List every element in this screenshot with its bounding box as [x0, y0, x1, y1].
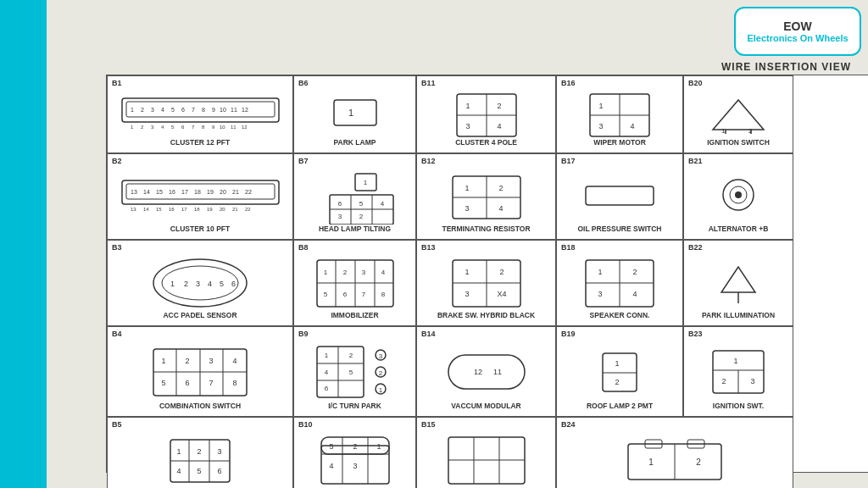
svg-text:22: 22: [245, 189, 252, 195]
svg-text:4: 4: [324, 369, 328, 376]
svg-text:19: 19: [207, 189, 214, 195]
svg-text:3: 3: [151, 125, 154, 130]
cell-b24-label: B24: [561, 420, 576, 429]
cell-b4-connector: 1 2 3 4 5 6 7 8: [145, 342, 255, 402]
cell-b6: B6 1 PARK LAMP: [293, 75, 416, 153]
cell-b1-label: B1: [112, 79, 122, 87]
svg-text:3: 3: [378, 352, 382, 360]
svg-text:1: 1: [378, 386, 382, 394]
cell-b13-name: BRAKE SW. HYBRID BLACK: [437, 311, 535, 322]
svg-text:X4: X4: [497, 290, 506, 298]
svg-rect-1: [126, 102, 275, 117]
svg-text:3: 3: [151, 107, 154, 113]
cell-b12-connector: 1 2 3 4: [440, 169, 533, 225]
svg-text:8: 8: [232, 379, 236, 387]
cell-b2: B2 13 14 15 16 17 18 19 20 21 22: [107, 153, 293, 240]
cell-b16-connector: 1 3 4: [577, 92, 662, 138]
svg-text:4: 4: [380, 200, 384, 208]
cell-b8-connector: 1 2 3 4 5 6 7 8: [309, 256, 402, 311]
svg-text:1: 1: [615, 359, 619, 368]
svg-text:4: 4: [329, 462, 333, 470]
cell-b17-name: OIL PRESSURE SWITCH: [577, 225, 661, 236]
cell-b2-label: B2: [112, 157, 122, 165]
svg-text:2: 2: [498, 184, 503, 192]
cell-b20: B20 1 2 IGNITION SWITCH: [683, 75, 793, 153]
svg-text:1: 1: [465, 184, 469, 192]
svg-text:3: 3: [465, 122, 470, 130]
cell-b14-connector: 12 11: [440, 342, 533, 402]
cell-b8: B8 1 2 3 4 5 6 7 8: [293, 240, 416, 326]
svg-text:7: 7: [209, 379, 213, 387]
cell-b11-label: B11: [421, 79, 436, 87]
cell-b11-connector: 1 2 3 4: [444, 92, 529, 138]
svg-text:2: 2: [141, 125, 144, 130]
cell-b12-label: B12: [421, 157, 436, 165]
svg-text:4: 4: [176, 467, 181, 475]
cell-b12-name: TERMINATING RESISTOR: [442, 225, 530, 236]
cell-b5: B5 1 2 3 4 5 6 I/C ENGINE 6: [107, 417, 293, 488]
cell-b15-label: B15: [421, 420, 436, 429]
svg-text:3: 3: [353, 462, 357, 470]
svg-text:12: 12: [242, 125, 248, 130]
logo-eow: EOW: [783, 19, 811, 33]
svg-text:2: 2: [378, 369, 382, 377]
svg-text:5: 5: [329, 442, 333, 451]
cell-b9-name: I/C TURN PARK: [328, 402, 381, 413]
svg-text:2: 2: [185, 357, 189, 365]
svg-text:2: 2: [497, 102, 501, 110]
cell-b3-name: ACC PADEL SENSOR: [163, 311, 236, 322]
svg-text:3: 3: [337, 213, 342, 220]
svg-text:18: 18: [194, 189, 201, 195]
logo-subtitle: Electronics On Wheels: [747, 33, 848, 43]
svg-text:1: 1: [324, 352, 328, 359]
svg-rect-86: [586, 186, 654, 205]
svg-text:16: 16: [169, 207, 175, 212]
cell-b22-connector: [704, 256, 772, 311]
cell-b6-connector: 1: [326, 92, 385, 138]
cell-b22-name: PARK ILLUMINATION: [702, 311, 775, 322]
content-area: EOW Electronics On Wheels WIRE INSERTION…: [47, 0, 868, 488]
svg-text:4: 4: [232, 357, 236, 365]
svg-text:3: 3: [465, 290, 469, 298]
cell-b14-label: B14: [421, 330, 436, 338]
svg-text:2: 2: [696, 458, 701, 467]
svg-text:2: 2: [197, 447, 201, 456]
svg-text:2: 2: [748, 127, 753, 134]
cell-b23: B23 1 2 3 IGNITION SWT.: [683, 326, 793, 417]
svg-text:4: 4: [632, 290, 637, 298]
cell-b11: B11 1 2 3 4 CLUSTER 4 POLE: [416, 75, 556, 153]
svg-text:3: 3: [598, 122, 603, 130]
svg-text:17: 17: [181, 189, 188, 195]
cell-b23-name: IGNITION SWT.: [713, 402, 764, 413]
svg-text:4: 4: [381, 269, 385, 276]
svg-text:5: 5: [359, 200, 363, 208]
svg-text:3: 3: [465, 204, 469, 213]
svg-text:2: 2: [359, 213, 363, 220]
svg-text:1: 1: [363, 179, 367, 186]
cell-b7-label: B7: [298, 157, 309, 165]
svg-text:3: 3: [361, 269, 365, 276]
svg-text:2: 2: [721, 377, 726, 385]
cell-b2-connector: 13 14 15 16 17 18 19 20 21 22 13 14 15 1…: [118, 169, 283, 225]
svg-text:6: 6: [181, 107, 185, 113]
cell-b22: B22 PARK ILLUMINATION: [683, 240, 793, 326]
svg-text:14: 14: [143, 189, 150, 195]
left-bar: [0, 0, 47, 488]
svg-text:3: 3: [196, 280, 200, 288]
cell-b21: B21 ALTERNATOR +B: [683, 153, 793, 240]
svg-text:1: 1: [348, 108, 353, 118]
svg-text:15: 15: [156, 189, 163, 195]
cell-b24: B24 1 2 I/C ENGINE 2 PMT: [556, 417, 793, 488]
cell-b1-connector: 1 2 3 4 5 6 7 8 9 10 11 12 1 2: [118, 92, 283, 138]
svg-text:13: 13: [131, 189, 137, 195]
svg-text:5: 5: [220, 280, 224, 288]
cell-b9-label: B9: [298, 330, 309, 338]
cell-b3: B3 1 2 3 4 5 6 ACC PADEL SENSOR: [107, 240, 293, 326]
svg-text:21: 21: [232, 207, 238, 212]
cell-b6-label: B6: [298, 79, 309, 87]
svg-text:6: 6: [231, 280, 236, 288]
svg-text:4: 4: [161, 107, 164, 113]
cell-b17-label: B17: [561, 157, 576, 165]
cell-b10-label: B10: [298, 420, 313, 429]
svg-text:6: 6: [337, 200, 342, 208]
